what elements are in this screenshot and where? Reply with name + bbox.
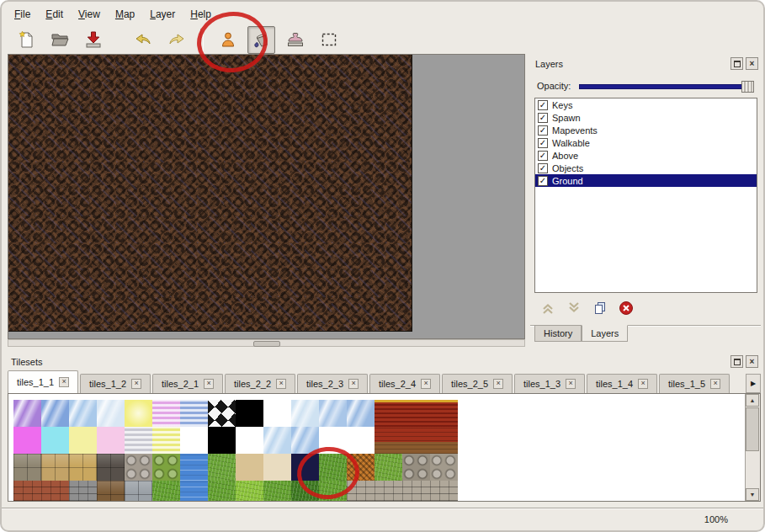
raise-layer-icon[interactable] (539, 299, 557, 317)
menu-map[interactable]: Map (108, 6, 142, 23)
layer-visibility-checkbox[interactable]: ✓ (538, 163, 548, 173)
duplicate-layer-icon[interactable] (591, 299, 609, 317)
tile-2-3[interactable] (97, 454, 125, 481)
move-tool-icon[interactable] (214, 26, 242, 54)
tile-1-5[interactable] (152, 427, 180, 454)
horizontal-scrollbar[interactable] (8, 339, 525, 347)
close-tab-icon[interactable] (493, 379, 503, 389)
redo-icon[interactable] (162, 26, 190, 54)
tile-1-6[interactable] (180, 427, 208, 454)
fill-tool-icon[interactable] (247, 26, 275, 54)
open-map-icon[interactable] (45, 26, 73, 54)
tile-0-11[interactable] (319, 400, 347, 427)
tile-2-2[interactable] (69, 454, 97, 481)
close-tab-icon[interactable] (638, 379, 648, 389)
close-tab-icon[interactable] (131, 379, 141, 389)
dock-tab-layers[interactable]: Layers (582, 325, 628, 342)
tile-3-5[interactable] (152, 481, 180, 502)
menu-view[interactable]: View (71, 6, 108, 23)
palette-vertical-scrollbar[interactable] (745, 394, 760, 501)
tab-scroll-right-icon[interactable] (746, 374, 761, 393)
tile-0-3[interactable] (97, 400, 125, 427)
tile-3-8[interactable] (236, 481, 263, 502)
tile-2-10[interactable] (291, 454, 319, 481)
layer-visibility-checkbox[interactable]: ✓ (538, 176, 548, 186)
tile-0-0[interactable] (13, 400, 41, 427)
tile-0-10[interactable] (291, 400, 319, 427)
tile-0-9[interactable] (263, 400, 291, 427)
layer-visibility-checkbox[interactable]: ✓ (538, 113, 548, 123)
menu-layer[interactable]: Layer (142, 6, 183, 23)
tile-3-7[interactable] (208, 481, 236, 502)
layer-row-ground[interactable]: ✓Ground (535, 174, 757, 187)
tile-2-14[interactable] (402, 454, 430, 481)
tile-1-0[interactable] (13, 427, 41, 454)
tile-1-12[interactable] (347, 427, 375, 454)
tile-0-2[interactable] (69, 400, 97, 427)
select-tool-icon[interactable] (315, 26, 343, 54)
scroll-down-icon[interactable] (746, 488, 759, 501)
tile-3-0[interactable] (13, 481, 41, 502)
scrollbar-grip[interactable] (253, 341, 280, 347)
tile-3-10[interactable] (291, 481, 319, 502)
tile-2-15[interactable] (430, 454, 458, 481)
map-canvas[interactable] (8, 55, 412, 332)
tile-0-8[interactable] (236, 400, 263, 427)
new-map-icon[interactable] (12, 26, 40, 54)
tileset-tab-tiles_2_3[interactable]: tiles_2_3 (297, 374, 368, 393)
tileset-tab-tiles_2_5[interactable]: tiles_2_5 (442, 374, 513, 393)
tile-1-3[interactable] (97, 427, 125, 454)
tile-1-8[interactable] (236, 427, 263, 454)
tile-2-0[interactable] (13, 454, 41, 481)
tile-2-8[interactable] (236, 454, 263, 481)
tile-3-13[interactable] (375, 481, 402, 502)
tile-1-11[interactable] (319, 427, 347, 454)
float-panel-icon[interactable] (730, 355, 743, 368)
close-tab-icon[interactable] (566, 379, 576, 389)
opacity-slider[interactable] (579, 80, 754, 92)
float-panel-icon[interactable] (730, 57, 743, 70)
tile-2-13[interactable] (375, 454, 402, 481)
tileset-tab-tiles_2_4[interactable]: tiles_2_4 (369, 374, 440, 393)
tile-2-1[interactable] (41, 454, 69, 481)
tileset-tab-tiles_2_2[interactable]: tiles_2_2 (225, 374, 295, 393)
tile-3-9[interactable] (263, 481, 291, 502)
tile-3-1[interactable] (41, 481, 69, 502)
opacity-slider-handle[interactable] (741, 81, 754, 93)
tile-0-13[interactable] (375, 400, 402, 427)
tile-2-7[interactable] (208, 454, 236, 481)
stamp-tool-icon[interactable] (281, 26, 309, 54)
delete-layer-icon[interactable] (617, 299, 635, 317)
tile-0-5[interactable] (152, 400, 180, 427)
menu-file[interactable]: File (7, 6, 38, 23)
tile-1-7[interactable] (208, 427, 236, 454)
tile-3-4[interactable] (125, 481, 152, 502)
tile-1-10[interactable] (291, 427, 319, 454)
tile-1-15[interactable] (430, 427, 458, 454)
tileset-tab-tiles_1_1[interactable]: tiles_1_1 (8, 370, 78, 393)
tile-3-6[interactable] (180, 481, 208, 502)
close-tab-icon[interactable] (421, 379, 431, 389)
tile-1-13[interactable] (375, 427, 402, 454)
layer-visibility-checkbox[interactable]: ✓ (538, 151, 548, 161)
tileset-tab-tiles_1_4[interactable]: tiles_1_4 (587, 374, 657, 393)
save-map-icon[interactable] (79, 26, 107, 54)
tile-0-14[interactable] (402, 400, 430, 427)
layer-visibility-checkbox[interactable]: ✓ (538, 138, 548, 148)
tile-1-4[interactable] (125, 427, 152, 454)
tile-3-12[interactable] (347, 481, 375, 502)
tile-0-6[interactable] (180, 400, 208, 427)
close-tab-icon[interactable] (204, 379, 214, 389)
tile-0-7[interactable] (208, 400, 236, 427)
dock-tab-history[interactable]: History (534, 325, 582, 342)
tileset-tab-tiles_2_1[interactable]: tiles_2_1 (152, 374, 223, 393)
undo-icon[interactable] (129, 26, 157, 54)
tile-1-1[interactable] (41, 427, 69, 454)
tile-1-14[interactable] (402, 427, 430, 454)
scroll-up-icon[interactable] (746, 394, 759, 407)
tile-3-14[interactable] (402, 481, 430, 502)
tile-0-4[interactable] (125, 400, 152, 427)
tileset-tab-tiles_1_5[interactable]: tiles_1_5 (659, 374, 730, 393)
tile-2-12[interactable] (347, 454, 375, 481)
tile-0-1[interactable] (41, 400, 69, 427)
